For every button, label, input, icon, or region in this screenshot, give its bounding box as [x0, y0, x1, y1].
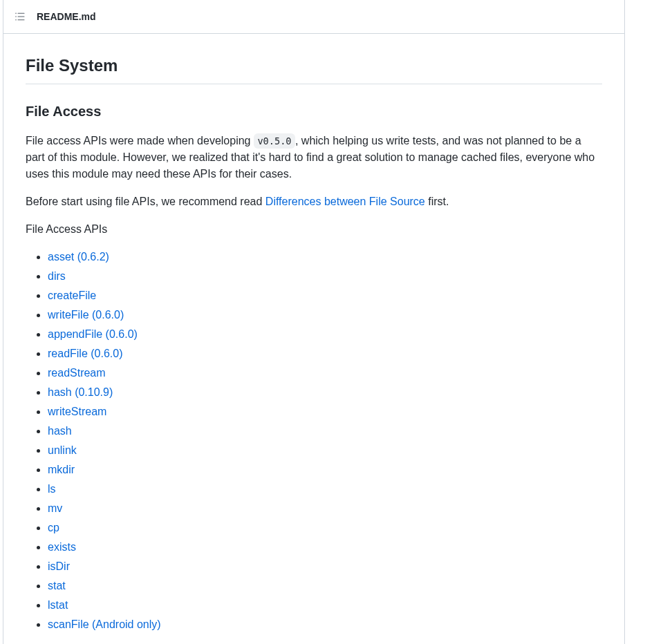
api-link[interactable]: createFile — [48, 290, 96, 301]
list-item: readStream — [48, 365, 602, 381]
list-item: exists — [48, 539, 602, 556]
list-item: writeStream — [48, 404, 602, 420]
list-item: stat — [48, 578, 602, 594]
list-item: appendFile (0.6.0) — [48, 326, 602, 343]
list-item: scanFile (Android only) — [48, 616, 602, 633]
list-item: mkdir — [48, 462, 602, 478]
api-link[interactable]: isDir — [48, 560, 70, 572]
api-list-intro: File Access APIs — [26, 221, 602, 238]
heading-file-access: File Access — [26, 101, 602, 122]
heading-file-system: File System — [26, 53, 602, 84]
api-link[interactable]: appendFile (0.6.0) — [48, 328, 138, 340]
intro-paragraph-2: Before start using file APIs, we recomme… — [26, 193, 602, 210]
link-differences-file-source[interactable]: Differences between File Source — [265, 196, 425, 207]
text: first. — [425, 196, 449, 207]
api-link[interactable]: scanFile (Android only) — [48, 618, 161, 630]
api-link[interactable]: dirs — [48, 270, 66, 282]
api-link[interactable]: exists — [48, 541, 76, 553]
list-item: isDir — [48, 558, 602, 575]
list-item: hash (0.10.9) — [48, 384, 602, 401]
readme-header-bar: README.md — [3, 0, 624, 34]
filename-label[interactable]: README.md — [37, 10, 96, 24]
readme-content: File System File Access File access APIs… — [3, 34, 624, 644]
list-item: lstat — [48, 597, 602, 614]
api-list: asset (0.6.2)dirscreateFilewriteFile (0.… — [26, 249, 602, 633]
list-item: writeFile (0.6.0) — [48, 307, 602, 323]
list-item: mv — [48, 500, 602, 517]
intro-paragraph-1: File access APIs were made when developi… — [26, 133, 602, 182]
toc-icon[interactable] — [15, 11, 26, 22]
list-item: hash — [48, 423, 602, 439]
api-link[interactable]: readStream — [48, 367, 106, 379]
api-link[interactable]: lstat — [48, 599, 68, 611]
api-link[interactable]: readFile (0.6.0) — [48, 348, 123, 359]
api-link[interactable]: cp — [48, 522, 59, 533]
list-item: readFile (0.6.0) — [48, 345, 602, 362]
list-item: dirs — [48, 268, 602, 285]
list-item: asset (0.6.2) — [48, 249, 602, 265]
list-item: unlink — [48, 442, 602, 459]
list-item: cp — [48, 520, 602, 536]
api-link[interactable]: mv — [48, 502, 62, 514]
text: File access APIs were made when developi… — [26, 135, 254, 146]
readme-container: README.md File System File Access File a… — [3, 0, 625, 644]
api-link[interactable]: ls — [48, 483, 56, 495]
api-link[interactable]: asset (0.6.2) — [48, 251, 109, 263]
api-link[interactable]: hash — [48, 425, 72, 437]
list-item: ls — [48, 481, 602, 498]
api-link[interactable]: stat — [48, 580, 66, 591]
list-item: createFile — [48, 287, 602, 304]
api-link[interactable]: writeFile (0.6.0) — [48, 309, 124, 321]
api-link[interactable]: mkdir — [48, 464, 75, 475]
api-link[interactable]: writeStream — [48, 406, 106, 417]
api-link[interactable]: unlink — [48, 444, 77, 456]
text: Before start using file APIs, we recomme… — [26, 196, 265, 207]
version-code: v0.5.0 — [254, 133, 295, 148]
api-link[interactable]: hash (0.10.9) — [48, 386, 113, 398]
